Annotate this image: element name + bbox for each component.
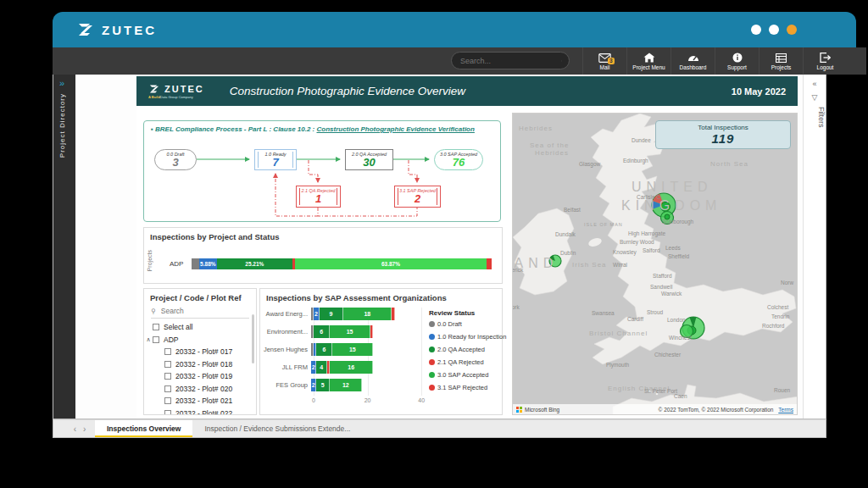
- flow-node-draft[interactable]: 0.0 Draft 3: [154, 149, 197, 170]
- legend-item[interactable]: 0.0 Draft: [429, 320, 497, 328]
- toolbar-project-menu[interactable]: Project Menu: [626, 47, 670, 75]
- legend-item[interactable]: 1.0 Ready for Inspection: [429, 333, 497, 341]
- bing-attribution: Microsoft Bing: [525, 407, 559, 413]
- org-segment[interactable]: [370, 325, 373, 338]
- flow-node-qa-accepted[interactable]: 2.0 QA Accepted 30: [345, 149, 393, 170]
- toolbar-projects[interactable]: Projects: [759, 47, 803, 75]
- tree-item[interactable]: 20332 - Plot# 018: [144, 358, 256, 371]
- terms-link[interactable]: Terms: [778, 407, 793, 413]
- flow-node-sap-accepted[interactable]: 3.0 SAP Accepted 76: [434, 149, 483, 170]
- status-segment[interactable]: 25.21%: [217, 258, 292, 269]
- search-icon: ⚲: [151, 308, 156, 315]
- microsoft-logo-icon: [516, 407, 522, 413]
- plot-search-input[interactable]: [159, 306, 236, 316]
- toolbar-mail[interactable]: Mail3: [582, 47, 626, 75]
- checkbox[interactable]: [164, 373, 171, 380]
- legend-dot: [429, 347, 435, 352]
- project-directory-rail[interactable]: » Project Directory: [53, 75, 75, 419]
- tab-nav-arrows[interactable]: ‹ ›: [64, 420, 95, 437]
- window-dot[interactable]: [769, 25, 779, 35]
- legend-label: 0.0 Draft: [437, 320, 462, 328]
- content-area: » Project Directory: [53, 75, 826, 419]
- tree-item-label: 20332 - Plot# 022: [175, 409, 232, 415]
- tree-item-label: Select all: [164, 323, 193, 331]
- toolbar-dashboard[interactable]: Dashboard: [670, 47, 715, 75]
- org-segment[interactable]: 4: [316, 361, 327, 374]
- collapse-filters-icon[interactable]: «: [804, 80, 826, 88]
- checkbox[interactable]: [164, 410, 171, 415]
- org-stacked-bar: 2918: [311, 308, 395, 320]
- legend-item[interactable]: 2.0 QA Accepted: [429, 346, 497, 353]
- checkbox[interactable]: [164, 397, 171, 404]
- legend-dot: [429, 321, 435, 327]
- collapse-chevron-icon[interactable]: ∧: [144, 336, 153, 343]
- legend-item[interactable]: 3.0 SAP Accepted: [429, 371, 497, 379]
- legend-item[interactable]: 3.1 SAP Rejected: [429, 384, 497, 391]
- flow-node-qa-rejected[interactable]: 2.1 QA Rejected 1: [296, 186, 341, 208]
- org-segment[interactable]: 15: [332, 343, 373, 356]
- window-dot[interactable]: [751, 25, 761, 35]
- checkbox[interactable]: [153, 324, 159, 330]
- tree-item-label: 20332 - Plot# 020: [175, 385, 232, 393]
- search-icon[interactable]: [561, 57, 562, 65]
- status-segment[interactable]: [192, 258, 199, 269]
- total-inspections-card: Total Inspections 119: [655, 120, 791, 149]
- report-tab[interactable]: Inspections Overview: [95, 420, 192, 437]
- status-segment[interactable]: [487, 258, 492, 269]
- tree-item[interactable]: 20332 - Plot# 022: [144, 408, 256, 416]
- project-status-panel: Inspections by Project and Status Projec…: [143, 227, 503, 284]
- filters-rail[interactable]: « ▽ Filters: [803, 75, 826, 419]
- window-dot[interactable]: [787, 25, 797, 35]
- search-box[interactable]: [451, 52, 570, 69]
- tree-item[interactable]: 20332 - Plot# 021: [144, 395, 256, 408]
- scrollbar-thumb[interactable]: [252, 314, 254, 363]
- toolbar-logout[interactable]: Logout: [803, 47, 847, 75]
- checkbox[interactable]: [164, 348, 171, 355]
- toolbar-item-label: Support: [727, 64, 747, 70]
- page-title: Construction Photographic Evidence Overv…: [230, 85, 465, 97]
- checkbox[interactable]: [153, 336, 159, 343]
- org-segment[interactable]: 6: [316, 343, 332, 356]
- prev-tab-icon[interactable]: ‹: [74, 424, 76, 434]
- map-graphic: [513, 114, 798, 415]
- tree-item-label: 20332 - Plot# 019: [175, 372, 232, 380]
- checkbox[interactable]: [164, 361, 171, 368]
- org-stacked-bar: 615: [311, 343, 373, 356]
- inspections-map[interactable]: HebridesSea of theHebridesNorth SeaIrish…: [512, 113, 798, 415]
- org-segment[interactable]: [392, 308, 394, 320]
- expand-rail-icon[interactable]: »: [59, 78, 64, 88]
- legend-item[interactable]: 2.1 QA Rejected: [429, 358, 497, 366]
- next-tab-icon[interactable]: ›: [83, 424, 86, 434]
- legend-label: 3.0 SAP Accepted: [437, 371, 488, 379]
- org-label: Award Energ...: [260, 310, 311, 318]
- checkbox[interactable]: [164, 385, 171, 392]
- org-chart-row: JLL FRM2416: [260, 361, 373, 374]
- org-segment[interactable]: 16: [330, 361, 373, 374]
- report-page: ZUTEC A BuildData Group Company Construc…: [136, 76, 798, 419]
- tree-item[interactable]: 20332 - Plot# 017: [144, 346, 256, 358]
- org-segment[interactable]: 6: [314, 325, 330, 338]
- org-segment[interactable]: 9: [320, 308, 344, 320]
- org-segment[interactable]: 15: [330, 325, 370, 338]
- tree-item[interactable]: 20332 - Plot# 019: [144, 370, 256, 383]
- tree-item[interactable]: ∧ADP: [144, 334, 256, 347]
- status-segment[interactable]: 5.88%: [199, 258, 217, 269]
- tree-item[interactable]: Select all: [144, 321, 256, 334]
- window-controls[interactable]: [751, 25, 797, 35]
- app-window: ZUTEC Mail3Project MenuDashboardSupportP…: [53, 12, 866, 438]
- org-label: JLL FRM: [260, 363, 311, 371]
- tree-item[interactable]: 20332 - Plot# 020: [144, 383, 256, 396]
- toolbar-support[interactable]: Support: [715, 47, 759, 75]
- flow-node-sap-rejected[interactable]: 3.1 SAP Rejected 2: [394, 186, 441, 208]
- report-tab[interactable]: Inspection / Evidence Submissions Extend…: [192, 420, 362, 437]
- status-segment[interactable]: 63.87%: [295, 258, 487, 269]
- org-segment[interactable]: 18: [343, 308, 392, 320]
- search-input[interactable]: [459, 56, 561, 66]
- inspection-bubble[interactable]: [681, 325, 693, 338]
- legend-dot: [429, 372, 435, 378]
- flow-node-ready[interactable]: 1.0 Ready 7: [254, 149, 297, 170]
- org-segment[interactable]: 5: [316, 379, 330, 391]
- org-label: Environment...: [260, 328, 311, 336]
- plot-search-box[interactable]: ⚲: [151, 306, 249, 319]
- org-segment[interactable]: 12: [330, 379, 362, 391]
